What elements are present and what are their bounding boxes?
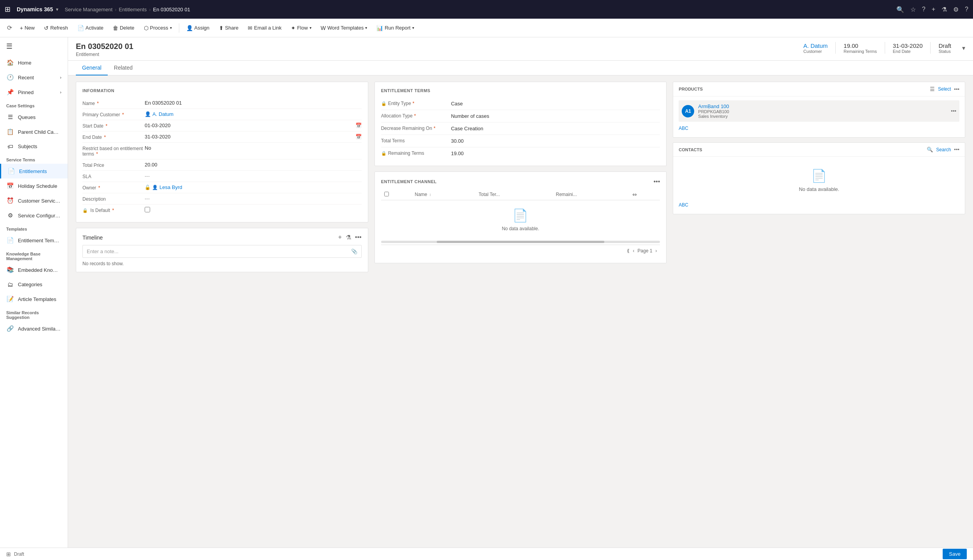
contacts-header: CONTACTS 🔍 Search •••	[673, 143, 965, 157]
channel-no-data-text: No data available.	[502, 226, 539, 231]
queues-icon: ☰	[6, 114, 14, 121]
sidebar-item-categories[interactable]: 🗂 Categories	[0, 277, 68, 292]
page-next-icon[interactable]: ›	[655, 248, 657, 254]
sidebar-item-pinned[interactable]: 📌 Pinned ›	[0, 85, 68, 100]
add-icon[interactable]: +	[932, 6, 935, 13]
page-prev-icon[interactable]: ‹	[633, 248, 634, 254]
breadcrumb-item-2[interactable]: Entitlements	[119, 7, 147, 12]
products-body: A1 ArmBand 100 PRDPKGAB100 Sales Invento…	[673, 96, 965, 137]
tab-general[interactable]: General	[76, 61, 108, 75]
page-first-icon[interactable]: ⟪	[627, 248, 630, 254]
run-report-dropdown-icon[interactable]: ▾	[412, 26, 414, 30]
channel-name-sort[interactable]: ↕	[429, 192, 431, 197]
sidebar-item-article-templates[interactable]: 📝 Article Templates	[0, 292, 68, 306]
history-back-icon[interactable]: ⟳	[5, 22, 14, 34]
new-button[interactable]: + New	[16, 23, 38, 33]
delete-button[interactable]: 🗑 Delete	[109, 23, 138, 33]
products-more-icon[interactable]: •••	[954, 86, 959, 92]
status-page-icon[interactable]: ⊞	[6, 551, 11, 557]
owner-value[interactable]: Lesa Byrd	[159, 184, 182, 190]
sidebar-item-recent[interactable]: 🕐 Recent ›	[0, 70, 68, 85]
contacts-title: CONTACTS	[679, 147, 927, 152]
primary-customer-label: Primary Customer *	[82, 111, 145, 117]
sidebar-item-home[interactable]: 🏠 Home	[0, 55, 68, 70]
sidebar-item-subjects[interactable]: 🏷 Subjects	[0, 139, 68, 154]
meta-status-value: Draft	[938, 42, 951, 49]
sidebar-hamburger[interactable]: ☰	[0, 37, 68, 55]
header-expand-button[interactable]: ▾	[962, 44, 965, 52]
products-abc-link[interactable]: ABC	[679, 123, 959, 133]
timeline-input[interactable]: Enter a note... 📎	[82, 245, 362, 258]
channel-scrollbar[interactable]	[381, 241, 660, 243]
end-date-calendar-icon[interactable]: 📅	[355, 134, 362, 140]
save-button[interactable]: Save	[943, 549, 967, 559]
assign-button[interactable]: 👤 Assign	[182, 23, 214, 33]
sidebar-item-embedded-knowl[interactable]: 📚 Embedded Knowl...	[0, 262, 68, 277]
sidebar-item-advanced-similar[interactable]: 🔗 Advanced Similari...	[0, 321, 68, 336]
name-label: Name *	[82, 100, 145, 106]
top-navigation: ⊞ Dynamics 365 ▾ Service Management › En…	[0, 0, 973, 19]
information-title: INFORMATION	[82, 88, 362, 93]
refresh-button[interactable]: ↺ Refresh	[40, 23, 72, 33]
product-type: Sales Inventory	[698, 114, 947, 119]
meta-status-label: Status	[938, 49, 951, 54]
primary-customer-value[interactable]: A. Datum	[152, 111, 173, 117]
word-dropdown-icon[interactable]: ▾	[365, 26, 367, 30]
form-grid: INFORMATION Name * En 03052020 01 Primar…	[76, 82, 965, 272]
breadcrumb-item-1[interactable]: Service Management	[65, 7, 112, 12]
meta-customer-value[interactable]: A. Datum	[803, 42, 828, 49]
flow-dropdown-icon[interactable]: ▾	[310, 26, 312, 30]
sidebar-item-parent-child-case[interactable]: 📋 Parent Child Case ...	[0, 124, 68, 139]
field-restrict-entitlement: Restrict based on entitlement terms * No	[82, 143, 362, 159]
channel-col-resize[interactable]: ⇔	[629, 189, 660, 200]
products-list-icon: ☰	[930, 86, 935, 92]
meta-status: Draft Status	[938, 42, 951, 54]
search-icon[interactable]: 🔍	[896, 6, 904, 13]
process-button[interactable]: ⬡ Process ▾	[140, 23, 176, 33]
process-dropdown-icon[interactable]: ▾	[170, 26, 172, 30]
contacts-more-icon[interactable]: •••	[954, 147, 959, 152]
word-templates-button[interactable]: W Word Templates ▾	[317, 23, 371, 33]
settings-icon[interactable]: ⚙	[953, 6, 959, 13]
timeline-filter-icon[interactable]: ⚗	[346, 234, 351, 241]
help-icon[interactable]: ?	[922, 6, 926, 13]
sidebar-item-entitlement-templ[interactable]: 📄 Entitlement Templ...	[0, 233, 68, 248]
sidebar-item-entitlements[interactable]: 📄 Entitlements	[0, 164, 68, 178]
breadcrumb-sep-1: ›	[115, 7, 116, 12]
cmd-separator-1	[179, 23, 179, 33]
activate-button[interactable]: 📄 Activate	[74, 23, 107, 33]
contacts-search-label[interactable]: Search	[936, 147, 951, 152]
app-name-chevron[interactable]: ▾	[56, 7, 58, 12]
contacts-abc-link[interactable]: ABC	[679, 200, 959, 210]
timeline-add-icon[interactable]: +	[338, 234, 342, 241]
information-card: INFORMATION Name * En 03052020 01 Primar…	[76, 82, 368, 222]
tab-related[interactable]: Related	[108, 61, 139, 75]
products-select-button[interactable]: Select	[938, 86, 951, 92]
question-icon[interactable]: ?	[965, 6, 968, 13]
product-more-icon[interactable]: •••	[951, 108, 956, 114]
filter-icon[interactable]: ⚗	[942, 6, 947, 13]
field-start-date: Start Date * 01-03-2020 📅	[82, 120, 362, 131]
run-report-button[interactable]: 📊 Run Report ▾	[373, 23, 418, 33]
product-name[interactable]: ArmBand 100	[698, 103, 947, 109]
favorites-icon[interactable]: ☆	[910, 6, 916, 13]
terms-allocation-type: Allocation Type * Number of cases	[381, 110, 660, 122]
name-required: *	[97, 101, 99, 106]
status-bar-right: Save	[943, 549, 967, 559]
sidebar-item-customer-service[interactable]: ⏰ Customer Service ...	[0, 193, 68, 208]
entitlement-templ-icon: 📄	[6, 237, 14, 244]
waffle-menu[interactable]: ⊞	[5, 5, 10, 14]
is-default-checkbox[interactable]	[145, 207, 150, 212]
channel-check-all[interactable]	[384, 192, 389, 196]
timeline-attach-icon[interactable]: 📎	[351, 248, 357, 254]
sidebar-item-holiday-schedule[interactable]: 📅 Holiday Schedule	[0, 178, 68, 193]
sidebar-item-service-config[interactable]: ⚙ Service Configurat...	[0, 208, 68, 223]
sidebar-item-queues[interactable]: ☰ Queues	[0, 110, 68, 124]
share-button[interactable]: ⬆ Share	[215, 23, 243, 33]
record-title: En 03052020 01	[76, 42, 133, 51]
email-link-button[interactable]: ✉ Email a Link	[244, 23, 285, 33]
start-date-calendar-icon[interactable]: 📅	[355, 122, 362, 128]
channel-more-icon[interactable]: •••	[654, 178, 660, 185]
flow-button[interactable]: ✦ Flow ▾	[287, 23, 315, 33]
timeline-more-icon[interactable]: •••	[355, 234, 362, 241]
